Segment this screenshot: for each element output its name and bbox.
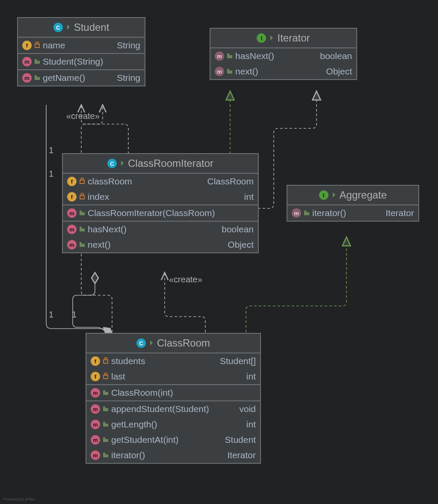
visibility-icon [103,419,109,430]
visibility-icon [79,192,85,202]
svg-rect-1 [35,61,40,64]
member-name: getName() [43,73,85,83]
method-icon: m [67,240,77,249]
interface-icon: I [319,190,328,200]
class-title: Aggregate [340,189,387,201]
member-name: hasNext() [88,224,127,234]
class-classroomiterator[interactable]: C 🞂 ClassRoomIterator fclassRoomClassRoo… [62,153,259,253]
multiplicity-label: 1 [49,145,53,155]
member-type: boolean [320,51,352,61]
class-header: C 🞂 ClassRoomIterator [63,154,258,174]
svg-rect-8 [80,210,82,212]
visibility-icon: 🞂 [65,24,71,31]
method-icon: m [67,225,77,234]
visibility-icon: 🞂 [119,160,125,167]
field-icon: f [91,356,100,366]
class-header: I 🞂 Aggregate [287,186,418,205]
member-name: iterator() [312,208,346,218]
svg-rect-9 [80,212,85,215]
svg-rect-5 [227,55,232,58]
member-row[interactable]: mnext()Object [210,64,356,79]
fields-section: fclassRoomClassRoomfindexint [63,174,258,205]
footer-credit: Powered by yFiles [3,497,35,501]
member-row[interactable]: flastint [86,369,260,384]
member-row[interactable]: mhasNext()boolean [210,48,356,64]
member-row[interactable]: mhasNext()boolean [63,222,258,237]
methods-section: mhasNext()booleanmnext()Object [63,222,258,252]
ctors-section: mClassRoomIterator(ClassRoom) [63,205,258,222]
visibility-icon [34,73,40,83]
member-row[interactable]: findexint [63,189,258,205]
visibility-icon [103,371,109,382]
member-row[interactable]: miterator()Iterator [287,205,418,221]
member-name: appendStudent(Student) [111,404,209,414]
svg-rect-12 [80,242,82,244]
member-type: Object [326,66,352,77]
member-type: Student [225,435,256,445]
class-title: ClassRoom [157,337,210,349]
member-row[interactable]: mClassRoomIterator(ClassRoom) [63,205,258,221]
member-row[interactable]: fstudentsStudent[] [86,353,260,369]
member-name: getLength() [111,419,157,430]
visibility-icon [103,435,109,445]
member-row[interactable]: mClassRoom(int) [86,385,260,400]
visibility-icon [79,176,85,187]
visibility-icon [103,404,109,414]
method-icon: m [215,51,224,61]
member-row[interactable]: mnext()Object [63,237,258,252]
visibility-icon: 🞂 [331,191,337,199]
svg-rect-17 [103,392,108,395]
class-header: C 🞂 Student [18,18,145,38]
member-row[interactable]: fclassRoomClassRoom [63,174,258,189]
svg-rect-16 [103,390,105,392]
methods-section: mappendStudent(Student)voidmgetLength()i… [86,401,260,463]
create-label: «create» [66,111,100,121]
svg-rect-18 [103,406,105,408]
interface-iterator[interactable]: I 🞂 Iterator mhasNext()booleanmnext()Obj… [210,28,357,80]
member-name: ClassRoomIterator(ClassRoom) [88,208,215,218]
member-name: Student(String) [43,56,103,67]
multiplicity-label: 1 [49,169,53,179]
svg-rect-23 [103,439,108,442]
svg-rect-19 [103,408,108,411]
member-row[interactable]: mgetLength()int [86,417,260,432]
method-icon: m [22,57,32,66]
member-row[interactable]: mStudent(String) [18,54,145,69]
class-classroom[interactable]: C 🞂 ClassRoom fstudentsStudent[]flastint… [86,333,261,464]
member-row[interactable]: miterator()Iterator [86,448,260,463]
member-type: Iterator [227,450,256,460]
member-type: Student[] [220,356,256,366]
interface-icon: I [257,33,266,43]
svg-rect-2 [35,75,37,77]
class-icon: C [136,338,146,348]
member-type: String [117,73,140,83]
member-type: ClassRoom [207,176,254,187]
interface-aggregate[interactable]: I 🞂 Aggregate miterator()Iterator [287,185,419,222]
svg-rect-6 [227,69,229,71]
svg-rect-7 [227,71,232,74]
class-title: ClassRoomIterator [128,157,213,169]
visibility-icon [103,450,109,460]
member-type: boolean [222,224,254,234]
visibility-icon [103,388,109,398]
visibility-icon [227,66,233,77]
member-type: Object [228,240,254,250]
method-icon: m [91,388,100,397]
multiplicity-label: 1 [49,310,53,320]
member-row[interactable]: mgetStudentAt(int)Student [86,432,260,448]
svg-rect-11 [80,228,85,231]
svg-rect-4 [227,53,229,55]
member-row[interactable]: mappendStudent(Student)void [86,401,260,417]
member-name: hasNext() [235,51,274,61]
class-student[interactable]: C 🞂 Student fnameString mStudent(String)… [17,17,145,86]
method-icon: m [91,435,100,445]
member-row[interactable]: fnameString [18,38,145,53]
field-icon: f [22,41,32,50]
member-row[interactable]: mgetName()String [18,70,145,86]
method-icon: m [22,73,32,83]
member-name: getStudentAt(int) [111,435,179,445]
svg-rect-13 [80,244,85,247]
svg-rect-24 [103,453,105,454]
svg-rect-14 [304,210,306,212]
method-icon: m [91,451,100,460]
